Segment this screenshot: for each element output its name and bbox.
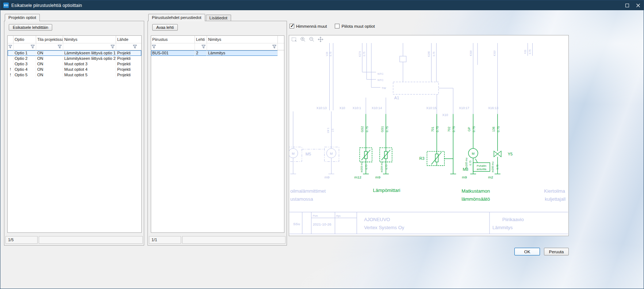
preview-toolbar xyxy=(289,35,568,43)
column-header-nimitys[interactable]: Nimitys xyxy=(207,36,278,43)
table-row[interactable]: Optio 1 ON Lämmitykseen liittyvä optio 1… xyxy=(8,50,141,56)
column-header-lehti[interactable]: Lehti xyxy=(195,36,207,43)
maximize-button[interactable] xyxy=(622,0,633,10)
left-statusbar: 1/5 xyxy=(5,236,143,244)
svg-text:X10:17: X10:17 xyxy=(459,106,469,110)
titlebar[interactable]: ED Esikatsele piirustuslehtiä optioittai… xyxy=(0,0,644,10)
zoom-window-icon[interactable] xyxy=(291,36,297,42)
filter-cell[interactable] xyxy=(36,43,63,50)
svg-text:Vertex Systems Oy: Vertex Systems Oy xyxy=(364,225,405,230)
row-marker xyxy=(8,50,14,56)
svg-text:0.75: 0.75 xyxy=(469,161,472,166)
row-count-indicator: 1/1 xyxy=(149,236,181,244)
cell-optio: Optio 5 xyxy=(14,72,36,78)
table-row[interactable]: Optio 3 ON Muut optiot 3 Projekti xyxy=(8,61,141,67)
cell-tila: ON xyxy=(36,56,63,61)
column-header-marker[interactable] xyxy=(8,36,14,43)
row-marker: ! xyxy=(8,67,14,72)
svg-text:0.75: 0.75 xyxy=(452,126,456,132)
svg-text:GP: GP xyxy=(467,127,471,132)
svg-text:702: 702 xyxy=(447,127,451,132)
svg-text:M8: M8 xyxy=(463,167,468,172)
project-options-panel: Projektin optiot Esikatsele lehdittäin O… xyxy=(4,14,144,246)
filter-cell[interactable] xyxy=(195,43,207,50)
svg-text:0.75: 0.75 xyxy=(496,165,499,170)
filter-cell[interactable] xyxy=(116,43,141,50)
svg-text:R3: R3 xyxy=(419,156,425,161)
filter-icon xyxy=(202,45,206,49)
filter-cell[interactable] xyxy=(14,43,36,50)
hide-other-options-checkbox[interactable]: Piilota muut optiot xyxy=(335,24,375,28)
table-row[interactable]: BUS-001 2 Lämmitys xyxy=(151,50,278,56)
cell-piirustus: BUS-001 xyxy=(151,50,195,56)
svg-text:0.75: 0.75 xyxy=(363,51,365,56)
cancel-button[interactable]: Peruuta xyxy=(544,248,569,255)
svg-text:0.75: 0.75 xyxy=(385,165,388,170)
svg-text:Lämpömittari: Lämpömittari xyxy=(373,188,400,193)
column-header-filler xyxy=(278,36,284,43)
svg-text:K318: K318 xyxy=(469,50,472,56)
dim-others-checkbox[interactable]: Himmennä muut xyxy=(290,24,327,28)
drawing-sheets-panel: Piirustuslehdet perustiedot Lisätiedot A… xyxy=(147,14,287,246)
cell-tila: ON xyxy=(36,67,63,72)
cell-optio: Optio 4 xyxy=(14,67,36,72)
ok-button[interactable]: OK xyxy=(514,248,540,255)
svg-text:701: 701 xyxy=(431,127,434,132)
filter-cell[interactable] xyxy=(207,43,278,50)
svg-text:2021-10-26: 2021-10-26 xyxy=(313,222,331,226)
svg-text:0.75: 0.75 xyxy=(385,126,389,132)
table-row[interactable]: ! Optio 4 ON Muut optiot 4 Projekti xyxy=(8,67,141,72)
svg-text:M5: M5 xyxy=(306,152,311,156)
svg-text:K280: K280 xyxy=(428,51,430,57)
svg-text:Pvm: Pvm xyxy=(313,215,318,217)
pan-icon[interactable] xyxy=(317,36,323,42)
sheets-filter-row xyxy=(151,43,284,50)
cell-tila: ON xyxy=(36,72,63,78)
svg-text:Hyv.: Hyv. xyxy=(336,215,341,217)
close-button[interactable] xyxy=(633,0,644,10)
filter-icon xyxy=(272,45,276,49)
svg-text:Puhallin: Puhallin xyxy=(477,164,487,167)
cell-nimitys: Lämmitykseen liittyvä optio 1 xyxy=(63,50,116,56)
svg-text:m9: m9 xyxy=(375,175,380,179)
tab-projektin-optiot[interactable]: Projektin optiot xyxy=(5,14,40,21)
column-header-optio[interactable]: Optio xyxy=(14,36,36,43)
column-header-nimitys[interactable]: Nimitys xyxy=(63,36,116,43)
svg-text:NTC: NTC xyxy=(377,72,384,76)
left-tabstrip: Projektin optiot xyxy=(5,14,40,21)
checkbox-box[interactable] xyxy=(290,24,294,28)
zoom-out-icon[interactable] xyxy=(308,36,315,42)
svg-text:GS2: GS2 xyxy=(360,126,364,132)
column-header-tila[interactable]: Tila projektissa xyxy=(36,36,63,43)
svg-text:Kiertoilma: Kiertoilma xyxy=(544,188,565,194)
filter-icon xyxy=(8,45,12,49)
svg-text:M: M xyxy=(330,152,333,155)
filter-cell[interactable] xyxy=(151,43,195,50)
preview-by-sheet-button[interactable]: Esikatsele lehdittäin xyxy=(9,24,52,31)
tab-lisatiedot[interactable]: Lisätiedot xyxy=(206,15,231,21)
filter-icon xyxy=(133,45,137,49)
checkbox-box[interactable] xyxy=(335,24,340,28)
filter-cell[interactable] xyxy=(63,43,116,50)
schematic-drawing[interactable]: GS20.75GS10.757010.757020.75GP0.751360.7… xyxy=(289,43,568,236)
cell-lahde: Projekti xyxy=(116,67,141,72)
table-row[interactable]: Optio 2 ON Lämmitykseen liittyvä optio 2… xyxy=(8,56,141,61)
sheets-table-header: Piirustus Lehti Nimitys xyxy=(151,36,284,43)
open-sheet-button[interactable]: Avaa lehti xyxy=(152,24,178,31)
svg-text:X10: X10 xyxy=(442,113,448,117)
filter-cell[interactable] xyxy=(8,43,14,50)
zoom-in-icon[interactable] xyxy=(300,36,306,42)
svg-text:V28: V28 xyxy=(326,52,328,56)
svg-text:Y5: Y5 xyxy=(508,152,513,156)
column-header-piirustus[interactable]: Piirustus xyxy=(151,36,195,43)
column-header-lahde[interactable]: Lähde xyxy=(116,36,141,43)
svg-text:X10: X10 xyxy=(339,106,345,110)
svg-text:NTC: NTC xyxy=(377,78,384,82)
svg-text:m2: m2 xyxy=(488,175,493,179)
close-icon xyxy=(636,4,640,7)
checkbox-label: Piilota muut optiot xyxy=(341,24,375,28)
tab-perustiedot[interactable]: Piirustuslehdet perustiedot xyxy=(148,14,205,21)
svg-text:Matkustamon: Matkustamon xyxy=(461,188,490,194)
table-row[interactable]: ! Optio 5 ON Muut optiot 5 Projekti xyxy=(8,72,141,78)
cell-tila: ON xyxy=(36,61,63,67)
